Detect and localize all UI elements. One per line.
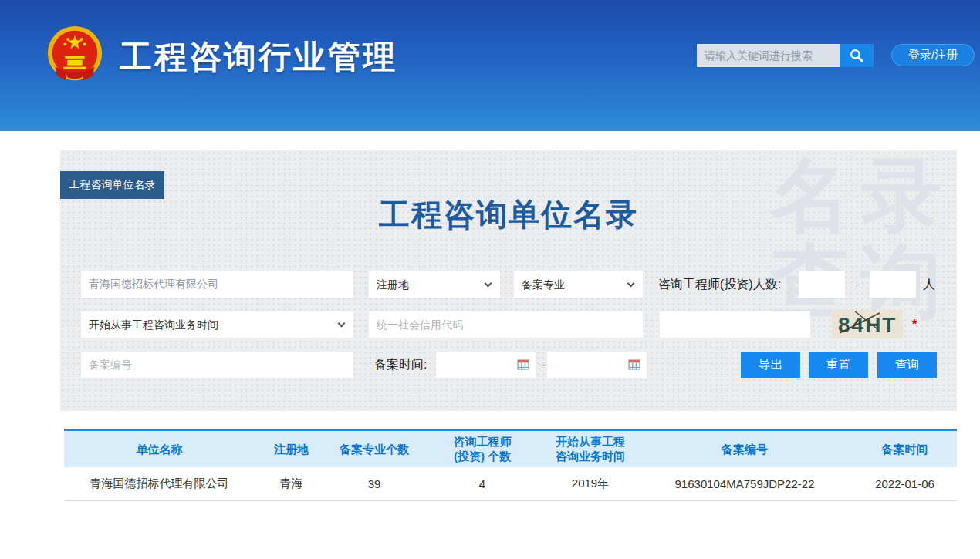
query-button[interactable]: 查询	[877, 352, 937, 378]
col-header-start-time: 开始从事工程 咨询业务时间	[544, 430, 637, 467]
table-header-row: 单位名称 注册地 备案专业个数 咨询工程师 (投资) 个数 开始从事工程 咨询业…	[64, 430, 957, 467]
record-time-end-input[interactable]	[547, 352, 647, 378]
query-panel: 名录 查询 工程咨询单位名录 工程咨询单位名录 注册地 备案专业 咨询工程师(投…	[60, 150, 957, 411]
calendar-icon[interactable]	[628, 359, 640, 371]
cell-record-no: 91630104MA759JDP22-22	[637, 467, 853, 501]
engineer-count-min-input[interactable]	[799, 271, 845, 298]
range-dash: -	[542, 352, 546, 378]
company-name-input[interactable]	[81, 271, 353, 298]
national-emblem-logo	[45, 25, 105, 85]
record-specialty-select-wrap: 备案专业	[514, 271, 643, 298]
tab-company-directory[interactable]: 工程咨询单位名录	[60, 171, 164, 199]
cell-company: 青海国德招标代理有限公司	[64, 467, 255, 501]
person-unit-label: 人	[923, 271, 935, 298]
captcha-input[interactable]	[660, 311, 810, 338]
registration-place-select[interactable]: 注册地	[369, 271, 500, 298]
svg-text:84HT: 84HT	[838, 313, 897, 337]
watermark-text: 名录 查询	[770, 152, 952, 325]
engineer-count-max-input[interactable]	[870, 271, 916, 298]
required-mark: *	[912, 310, 917, 338]
calendar-icon[interactable]	[517, 359, 529, 371]
start-time-select[interactable]: 开始从事工程咨询业务时间	[81, 311, 353, 338]
cell-start-time: 2019年	[544, 467, 637, 501]
col-header-engineer-count: 咨询工程师 (投资) 个数	[421, 430, 544, 467]
cell-specialty-count: 39	[328, 467, 421, 501]
site-header: 工程咨询行业管理 登录/注册	[0, 0, 980, 131]
search-input[interactable]	[697, 44, 840, 67]
cell-record-time: 2022-01-06	[853, 467, 957, 501]
col-header-specialty-count: 备案专业个数	[328, 430, 421, 467]
credit-code-input[interactable]	[369, 311, 643, 338]
reset-button[interactable]: 重置	[809, 352, 868, 378]
record-time-label: 备案时间:	[374, 352, 427, 378]
engineer-count-label: 咨询工程师(投资)人数:	[658, 271, 781, 298]
export-button[interactable]: 导出	[741, 352, 800, 378]
page-title: 工程咨询单位名录	[60, 194, 957, 236]
record-number-input[interactable]	[81, 352, 353, 378]
search-button[interactable]	[840, 44, 874, 67]
cell-engineer-count: 4	[421, 467, 544, 501]
search-icon	[849, 48, 864, 63]
start-time-select-wrap: 开始从事工程咨询业务时间	[81, 311, 353, 338]
record-specialty-select[interactable]: 备案专业	[514, 271, 643, 298]
col-header-record-no: 备案编号	[637, 430, 853, 467]
cell-reg-place: 青海	[255, 467, 328, 501]
header-search	[697, 44, 874, 67]
col-header-record-time: 备案时间	[853, 430, 957, 467]
registration-place-select-wrap: 注册地	[369, 271, 500, 298]
range-dash: -	[855, 271, 859, 298]
col-header-company: 单位名称	[64, 430, 255, 467]
table-row: 青海国德招标代理有限公司 青海 39 4 2019年 91630104MA759…	[64, 467, 957, 501]
login-register-button[interactable]: 登录/注册	[891, 44, 975, 66]
col-header-reg-place: 注册地	[255, 430, 328, 467]
record-time-start-input[interactable]	[436, 352, 536, 378]
captcha-image[interactable]: 84HT	[832, 310, 903, 338]
results-table: 单位名称 注册地 备案专业个数 咨询工程师 (投资) 个数 开始从事工程 咨询业…	[64, 429, 957, 501]
site-title: 工程咨询行业管理	[120, 35, 397, 79]
results-table-wrap: 单位名称 注册地 备案专业个数 咨询工程师 (投资) 个数 开始从事工程 咨询业…	[64, 429, 957, 501]
